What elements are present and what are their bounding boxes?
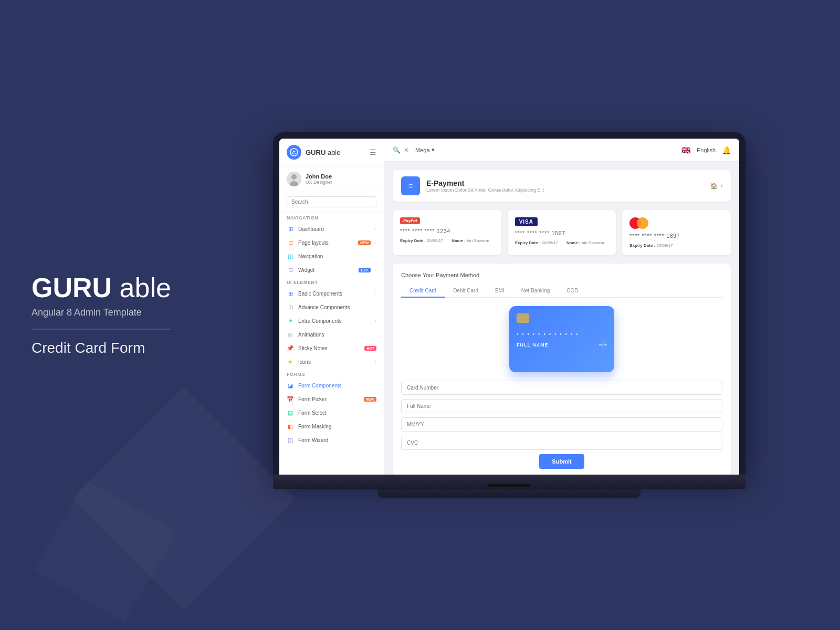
brand-page-title: Credit Card Form xyxy=(32,340,171,357)
page-header-info: E-Payment Lorem Ipsum Dolor Sit Amet, Co… xyxy=(426,179,544,193)
chevron-down-icon: ▾ xyxy=(432,146,435,153)
sidebar-search-input[interactable] xyxy=(287,196,376,207)
visa-card[interactable]: VISA **** **** **** 1567 Expiry Date : 2… xyxy=(508,210,616,255)
sidebar-item-extra-components[interactable]: ✦ Extra Components › xyxy=(279,314,384,328)
sidebar-item-icons[interactable]: ★ Icons › xyxy=(279,355,384,369)
sidebar-item-label: Form Wizard xyxy=(298,437,376,443)
sidebar-item-dashboard[interactable]: ⊞ Dashboard › xyxy=(279,222,384,236)
cvc-input[interactable] xyxy=(401,436,722,450)
sidebar-item-sticky-notes[interactable]: 📌 Sticky Notes HOT xyxy=(279,341,384,355)
close-icon[interactable]: ✕ xyxy=(404,146,409,154)
hot-badge: HOT xyxy=(364,346,376,351)
navigation-icon: ◫ xyxy=(287,253,294,260)
tab-net-banking[interactable]: Net Banking xyxy=(513,285,558,298)
form-components-icon: ◪ xyxy=(287,382,294,389)
flag-icon: 🇬🇧 xyxy=(681,146,690,154)
icons-icon: ★ xyxy=(287,358,294,365)
brand-title: GURU able xyxy=(32,273,171,303)
page-content: ≡ E-Payment Lorem Ipsum Dolor Sit Amet, … xyxy=(384,162,739,475)
logo-icon: G xyxy=(287,145,301,160)
chevron-right-icon: › xyxy=(375,291,376,296)
tab-emi[interactable]: EMI xyxy=(487,285,513,298)
sidebar-item-form-masking[interactable]: ◧ Form Masking xyxy=(279,419,384,433)
card-expiry-value: ••/•• xyxy=(599,342,607,348)
menu-toggle-button[interactable]: ☰ xyxy=(370,148,376,156)
count-badge: 100+ xyxy=(359,268,371,272)
chevron-right-icon: › xyxy=(375,268,376,272)
brand-subtitle: Angular 8 Admin Template xyxy=(32,308,171,330)
user-role: UX Designer xyxy=(306,180,332,185)
paypal-name: Name : Airi Sawarm xyxy=(452,238,489,243)
brand-section: GURU able Angular 8 Admin Template Credi… xyxy=(32,273,171,356)
tab-debit-card[interactable]: Debit Card xyxy=(445,285,487,298)
form-picker-icon: 📅 xyxy=(287,395,294,403)
animations-icon: ◎ xyxy=(287,331,294,338)
expiry-input[interactable] xyxy=(401,417,722,432)
chevron-right-icon: › xyxy=(375,305,376,310)
sidebar-item-label: Sticky Notes xyxy=(298,345,360,351)
sidebar-item-advance-components[interactable]: ⊡ Advance Components › xyxy=(279,300,384,314)
mastercard-badge xyxy=(629,217,648,229)
sidebar-item-label: Form Select xyxy=(298,410,376,416)
sidebar-logo: G GURU able ☰ xyxy=(279,139,384,166)
sidebar-item-label: Dashboard xyxy=(298,226,371,232)
nav-section-ui-element: UI Element xyxy=(279,277,384,287)
topbar-nav: Mega ▾ xyxy=(415,146,435,153)
nav-section-navigation: Navigation xyxy=(279,212,384,222)
submit-button[interactable]: Submit xyxy=(539,454,584,469)
mastercard-card[interactable]: **** **** **** 1897 Expiry Date : 20/09/… xyxy=(622,210,731,255)
visa-logo: VISA xyxy=(515,217,609,226)
sidebar: G GURU able ☰ xyxy=(279,139,384,475)
search-icon[interactable]: 🔍 xyxy=(393,146,401,154)
card-expiry-section: ••/•• xyxy=(599,342,607,348)
form-select-icon: ▤ xyxy=(287,409,294,416)
laptop-frame: G GURU able ☰ xyxy=(273,132,746,498)
sidebar-item-page-layouts[interactable]: ⊡ Page layouts NEW › xyxy=(279,236,384,249)
card-visual-wrapper: • • • • • • • • • • • • FULL NAME ••/•• xyxy=(401,306,722,372)
sidebar-item-form-wizard[interactable]: ◫ Form Wizard xyxy=(279,433,384,447)
chevron-right-icon: › xyxy=(375,240,376,245)
svg-point-3 xyxy=(291,174,297,180)
home-icon: 🏠 xyxy=(710,183,718,190)
extra-components-icon: ✦ xyxy=(287,317,294,324)
full-name-input[interactable] xyxy=(401,399,722,413)
mega-menu-button[interactable]: Mega ▾ xyxy=(415,146,435,153)
tab-credit-card[interactable]: Credit Card xyxy=(401,285,445,298)
page-title: E-Payment xyxy=(426,179,544,187)
sidebar-item-label: Widget xyxy=(298,267,354,273)
sidebar-item-form-select[interactable]: ▤ Form Select xyxy=(279,406,384,419)
credit-card-visual: • • • • • • • • • • • • FULL NAME ••/•• xyxy=(509,306,614,372)
sidebar-item-basic-components[interactable]: ⊞ Basic Components › xyxy=(279,287,384,300)
sidebar-item-label: Extra Components xyxy=(298,318,371,324)
page-header: ≡ E-Payment Lorem Ipsum Dolor Sit Amet, … xyxy=(393,170,731,202)
paypal-card[interactable]: PayPal **** **** **** 1234 Expiry Date :… xyxy=(393,210,501,255)
payment-cards-row: PayPal **** **** **** 1234 Expiry Date :… xyxy=(393,210,731,255)
advance-components-icon: ⊡ xyxy=(287,303,294,311)
sidebar-item-label: Advance Components xyxy=(298,304,371,310)
tab-cod[interactable]: COD xyxy=(558,285,586,298)
page-header-icon: ≡ xyxy=(401,176,420,195)
sidebar-item-label: Form Components xyxy=(298,383,371,388)
breadcrumb: 🏠 / xyxy=(710,183,722,190)
svg-text:G: G xyxy=(292,150,296,155)
sidebar-item-navigation[interactable]: ◫ Navigation xyxy=(279,249,384,263)
topbar-right: 🇬🇧 English 🔔 xyxy=(681,146,731,154)
notification-bell-icon[interactable]: 🔔 xyxy=(722,146,731,154)
sidebar-item-label: Form Masking xyxy=(298,424,376,429)
language-label[interactable]: English xyxy=(697,147,716,153)
sidebar-item-label: Icons xyxy=(298,359,371,365)
sidebar-item-widget[interactable]: ⊟ Widget 100+ › xyxy=(279,263,384,277)
mastercard-logo xyxy=(629,217,723,229)
topbar-search: 🔍 ✕ xyxy=(393,146,409,154)
paypal-expiry: Expiry Date : 20/09/17 xyxy=(400,238,443,243)
sidebar-item-form-picker[interactable]: 📅 Form Picker NEW xyxy=(279,392,384,406)
sidebar-item-animations[interactable]: ◎ Animations xyxy=(279,328,384,341)
user-profile[interactable]: John Doe UX Designer xyxy=(279,166,384,192)
laptop-screen-frame: G GURU able ☰ xyxy=(273,132,746,475)
sidebar-item-form-components[interactable]: ◪ Form Components › xyxy=(279,379,384,392)
widget-icon: ⊟ xyxy=(287,266,294,274)
visa-name: Name : Airi Sawarm xyxy=(566,240,604,245)
paypal-badge: PayPal xyxy=(400,217,420,224)
avatar xyxy=(287,172,301,186)
card-number-input[interactable] xyxy=(401,381,722,395)
